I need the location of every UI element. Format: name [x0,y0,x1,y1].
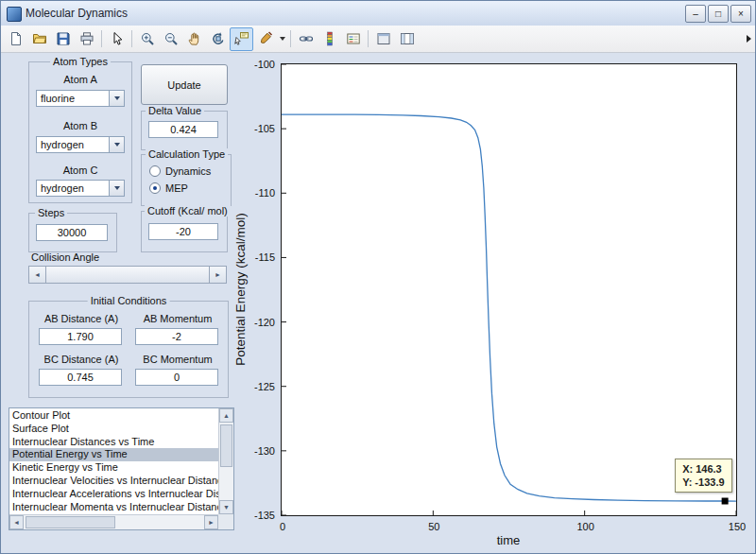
brush-icon [258,31,273,46]
atom-c-dropdown[interactable]: hydrogen [36,180,125,197]
brush-dropdown-button[interactable] [277,28,287,50]
y-tick-label: -105 [235,123,275,134]
toolbar-save-button[interactable] [51,27,75,51]
scrollbar-thumb[interactable] [26,516,115,528]
scroll-right-icon[interactable]: ► [204,515,218,529]
toolbar-zoom-in-button[interactable] [135,27,159,51]
toolbar-colorbar-button[interactable] [318,27,341,51]
x-tick-label: 150 [729,521,746,532]
scrollbar-corner [218,514,233,529]
plot-canvas[interactable] [281,63,737,516]
list-item[interactable]: Internuclear Distances vs Time [9,436,218,449]
pan-hand-icon [187,31,202,46]
dropdown-arrow-button[interactable] [109,137,124,152]
bc-distance-label: BC Distance (A) [35,354,128,365]
window-title: Molecular Dynamics [26,1,128,26]
delta-value-field[interactable]: 0.424 [148,121,218,138]
dropdown-arrow-button[interactable] [109,181,124,196]
list-item[interactable]: Kinetic Energy vs Time [9,461,218,475]
toolbar-open-button[interactable] [27,27,51,51]
dropdown-arrow-button[interactable] [109,91,124,106]
chevron-down-icon [114,186,120,190]
x-tick-label: 0 [280,521,285,532]
plot-type-listbox[interactable]: Contour Plot Surface Plot Internuclear D… [9,407,234,530]
toolbar-zoom-out-button[interactable] [159,27,182,51]
y-tick-label: -125 [235,381,275,392]
x-tick-label: 100 [576,521,593,532]
toolbar-new-button[interactable] [4,27,27,51]
radio-mep[interactable]: MEP [149,182,188,195]
scroll-up-icon[interactable]: ▲ [219,408,233,423]
y-tick-label: -130 [235,445,275,457]
list-item[interactable]: Contour Plot [9,409,218,423]
close-button[interactable]: × [730,5,751,23]
toolbar-data-cursor-button[interactable] [230,27,253,51]
toolbar-separator [131,30,132,47]
atom-a-value: fluorine [41,93,75,104]
title-bar[interactable]: Molecular Dynamics – □ × [1,1,755,26]
steps-panel: Steps 30000 [28,213,117,252]
bc-momentum-field[interactable]: 0 [135,369,218,386]
bc-momentum-label: BC Momentum [131,354,224,365]
data-tip[interactable]: X: 146.3 Y: -133.9 [675,459,731,493]
scroll-left-icon[interactable]: ◄ [9,515,24,529]
restore-button[interactable]: □ [708,5,729,23]
new-document-icon [9,31,24,46]
datatip-y-value: Y: -133.9 [682,476,724,489]
open-folder-icon [32,31,47,46]
toolbar-link-plots-button[interactable] [294,27,318,51]
radio-dynamics[interactable]: Dynamics [149,164,211,178]
colorbar-icon [322,31,337,46]
slider-right-arrow-icon[interactable]: ► [210,267,226,283]
atom-c-label: Atom C [29,164,131,176]
slider-left-arrow-icon[interactable]: ◄ [29,267,45,283]
window-controls: – □ × [685,5,751,23]
radio-circle-icon[interactable] [149,165,161,177]
radio-circle-icon[interactable] [149,182,161,194]
radio-mep-label: MEP [165,182,188,194]
listbox-items: Contour Plot Surface Plot Internuclear D… [9,409,218,514]
steps-label: Steps [35,207,67,218]
atom-b-dropdown[interactable]: hydrogen [36,136,125,153]
list-item[interactable]: Internuclear Momenta vs Internuclear Dis… [9,501,218,514]
list-item[interactable]: Internuclear Velocities vs Internuclear … [9,475,218,488]
toolbar-separator [368,30,369,47]
toolbar-show-plot-tools-button[interactable] [395,27,419,51]
toolbar-print-button[interactable] [75,27,98,51]
collision-angle-slider[interactable]: ◄ ► [28,266,227,284]
toolbar-rotate-button[interactable] [206,27,230,51]
steps-field[interactable]: 30000 [36,224,108,241]
ab-momentum-label: AB Momentum [131,313,224,324]
ab-distance-field[interactable]: 1.790 [39,328,122,345]
update-button[interactable]: Update [141,64,228,105]
save-icon [56,31,71,46]
scroll-down-icon[interactable]: ▼ [219,500,233,514]
scrollbar-thumb[interactable] [220,424,232,467]
zoom-out-icon [163,31,179,46]
list-item[interactable]: Potential Energy vs Time [9,448,218,461]
minimize-button[interactable]: – [685,5,706,23]
toolbar-overflow-icon[interactable] [747,35,751,43]
toolbar-pan-button[interactable] [182,27,206,51]
app-icon[interactable] [7,7,22,22]
cutoff-field[interactable]: -20 [148,223,218,240]
toolbar-edit-plot-button[interactable] [105,27,129,51]
atom-a-dropdown[interactable]: fluorine [36,90,125,107]
vertical-scrollbar[interactable]: ▲ ▼ [218,408,233,514]
horizontal-scrollbar[interactable]: ◄ ► [9,514,218,529]
atom-b-value: hydrogen [41,139,84,150]
ab-momentum-field[interactable]: -2 [135,328,218,345]
toolbar [1,26,755,53]
initial-conditions-label: Initial Conditions [88,295,170,306]
toolbar-hide-plot-tools-button[interactable] [371,27,395,51]
slider-thumb[interactable] [45,267,210,283]
datatip-marker[interactable] [722,498,729,505]
cutoff-label: Cutoff (Kcal/ mol) [145,205,231,216]
toolbar-brush-button[interactable] [253,27,277,51]
bc-distance-field[interactable]: 0.745 [39,369,122,386]
list-item[interactable]: Surface Plot [9,423,218,436]
toolbar-legend-button[interactable] [341,27,365,51]
list-item[interactable]: Internuclear Accelerations vs Internucle… [9,488,218,501]
data-cursor-icon [234,31,249,46]
chevron-down-icon [280,37,285,41]
